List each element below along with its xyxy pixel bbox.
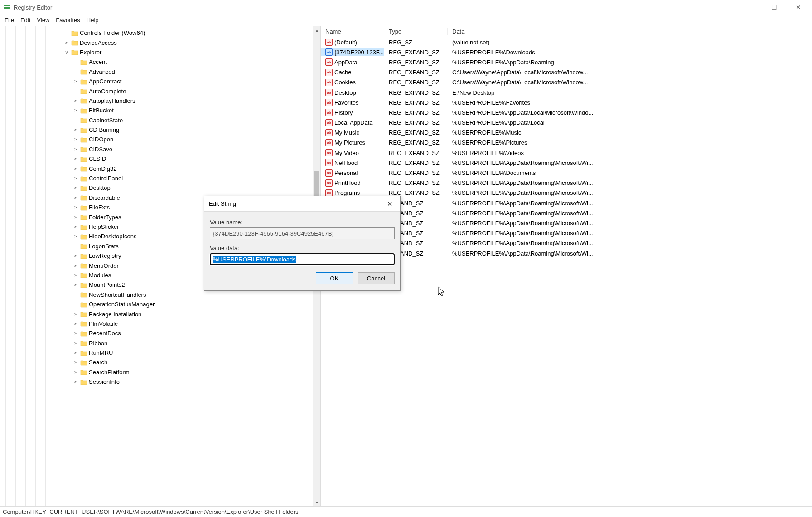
tree-item-label: CLSID	[89, 155, 106, 162]
expand-icon[interactable]: >	[72, 156, 79, 161]
reg-value-icon: ab	[325, 169, 333, 177]
menu-favorites[interactable]: Favorites	[56, 17, 80, 24]
expand-icon[interactable]: >	[72, 166, 79, 171]
ok-button[interactable]: OK	[316, 272, 353, 284]
list-row[interactable]: abAppDataREG_EXPAND_SZ%USERPROFILE%\AppD…	[321, 57, 812, 67]
tree-item-label: MountPoints2	[89, 281, 125, 288]
scroll-down-icon[interactable]: ▾	[313, 498, 320, 506]
cell-name: abCache	[321, 69, 384, 76]
expand-icon[interactable]: >	[72, 195, 79, 200]
cancel-button[interactable]: Cancel	[358, 272, 395, 284]
expand-icon[interactable]: >	[72, 185, 79, 190]
tree-item[interactable]: >RecentDocs	[63, 329, 320, 338]
column-data[interactable]: Data	[448, 28, 812, 35]
tree-item[interactable]: CabinetState	[63, 116, 320, 125]
column-type[interactable]: Type	[384, 28, 448, 35]
tree-item[interactable]: >SearchPlatform	[63, 367, 320, 377]
expand-icon[interactable]: >	[72, 331, 79, 336]
expand-icon[interactable]: >	[72, 350, 79, 355]
expand-icon[interactable]: >	[72, 273, 79, 278]
expand-icon[interactable]: >	[72, 215, 79, 220]
list-row[interactable]: abDesktopREG_EXPAND_SZE:\New Desktop	[321, 87, 812, 97]
expand-icon[interactable]: >	[72, 127, 79, 132]
expand-icon[interactable]: >	[72, 108, 79, 113]
expand-icon[interactable]: >	[72, 137, 79, 142]
expand-icon[interactable]: >	[72, 321, 79, 326]
tree-item[interactable]: >AppContract	[63, 77, 320, 86]
tree-item[interactable]: vExplorer	[63, 48, 320, 57]
tree-item[interactable]: >PlmVolatile	[63, 319, 320, 329]
cell-data: %USERPROFILE%\Documents	[448, 169, 812, 176]
tree-item[interactable]: Controls Folder (Wow64)	[63, 28, 320, 38]
list-row[interactable]: abFavoritesREG_EXPAND_SZ%USERPROFILE%\Fa…	[321, 97, 812, 107]
expand-icon[interactable]: >	[72, 282, 79, 287]
expand-icon[interactable]: >	[72, 205, 79, 210]
tree-item[interactable]: AutoComplete	[63, 86, 320, 96]
tree-item[interactable]: >ComDlg32	[63, 164, 320, 173]
menu-view[interactable]: View	[37, 17, 49, 24]
dialog-close-button[interactable]: ✕	[384, 200, 396, 208]
expand-icon[interactable]: >	[72, 379, 79, 384]
expand-icon[interactable]: >	[72, 79, 79, 84]
expand-icon[interactable]: v	[63, 50, 70, 55]
list-row[interactable]: ab{374DE290-123F...REG_EXPAND_SZ%USERPRO…	[321, 47, 812, 57]
expand-icon[interactable]: >	[72, 312, 79, 317]
list-row[interactable]: abMy VideoREG_EXPAND_SZ%USERPROFILE%\Vid…	[321, 148, 812, 158]
list-row[interactable]: abHistoryREG_EXPAND_SZ%USERPROFILE%\AppD…	[321, 107, 812, 117]
tree-item[interactable]: >DeviceAccess	[63, 38, 320, 47]
list-row[interactable]: ab(Default)REG_SZ(value not set)	[321, 37, 812, 47]
tree-item[interactable]: >SessionInfo	[63, 377, 320, 387]
tree-item[interactable]: >Package Installation	[63, 309, 320, 319]
expand-icon[interactable]: >	[72, 253, 79, 258]
list-header: Name Type Data	[321, 26, 812, 37]
reg-value-icon: ab	[325, 149, 333, 156]
menu-file[interactable]: File	[5, 17, 14, 24]
expand-icon[interactable]: >	[72, 263, 79, 268]
tree-item[interactable]: Advanced	[63, 67, 320, 77]
tree-item-label: LowRegistry	[89, 252, 121, 259]
menu-edit[interactable]: Edit	[20, 17, 30, 24]
tree-item[interactable]: >ControlPanel	[63, 174, 320, 183]
list-row[interactable]: abPersonalREG_EXPAND_SZ%USERPROFILE%\Doc…	[321, 168, 812, 178]
close-button[interactable]: ✕	[790, 4, 807, 11]
maximize-button[interactable]: ☐	[766, 4, 782, 11]
tree-item[interactable]: >CLSID	[63, 154, 320, 164]
tree-item[interactable]: >Ribbon	[63, 338, 320, 348]
tree-item[interactable]: >CIDOpen	[63, 135, 320, 144]
list-row[interactable]: abCookiesREG_EXPAND_SZC:\Users\Wayne\App…	[321, 77, 812, 87]
tree-item[interactable]: Accent	[63, 57, 320, 67]
list-row[interactable]: abLocal AppDataREG_EXPAND_SZ%USERPROFILE…	[321, 118, 812, 128]
column-name[interactable]: Name	[321, 28, 384, 35]
value-data-input[interactable]	[210, 253, 395, 265]
list-row[interactable]: abNetHoodREG_EXPAND_SZ%USERPROFILE%\AppD…	[321, 158, 812, 168]
tree-item[interactable]: >CD Burning	[63, 125, 320, 135]
tree-item-label: RunMRU	[89, 349, 113, 356]
expand-icon[interactable]: >	[72, 370, 79, 375]
list-row[interactable]: abMy PicturesREG_EXPAND_SZ%USERPROFILE%\…	[321, 138, 812, 148]
expand-icon[interactable]: >	[72, 176, 79, 181]
value-name-input[interactable]	[210, 227, 395, 239]
cell-data: (value not set)	[448, 39, 812, 46]
tree-item[interactable]: >RunMRU	[63, 348, 320, 358]
tree-item[interactable]: >CIDSave	[63, 145, 320, 154]
tree-item[interactable]: NewShortcutHandlers	[63, 290, 320, 300]
expand-icon[interactable]: >	[63, 40, 70, 45]
tree-item[interactable]: >Search	[63, 358, 320, 367]
expand-icon[interactable]: >	[72, 224, 79, 229]
menu-help[interactable]: Help	[87, 17, 99, 24]
expand-icon[interactable]: >	[72, 360, 79, 365]
scroll-up-icon[interactable]: ▴	[313, 26, 320, 34]
tree-item[interactable]: >Desktop	[63, 183, 320, 193]
tree-item-label: SearchPlatform	[89, 369, 130, 376]
list-row[interactable]: abPrintHoodREG_EXPAND_SZ%USERPROFILE%\Ap…	[321, 178, 812, 188]
tree-item[interactable]: >BitBucket	[63, 106, 320, 115]
list-row[interactable]: abCacheREG_EXPAND_SZC:\Users\Wayne\AppDa…	[321, 68, 812, 77]
tree-item[interactable]: OperationStatusManager	[63, 300, 320, 309]
expand-icon[interactable]: >	[72, 234, 79, 239]
list-row[interactable]: abMy MusicREG_EXPAND_SZ%USERPROFILE%\Mus…	[321, 128, 812, 138]
expand-icon[interactable]: >	[72, 98, 79, 103]
minimize-button[interactable]: —	[741, 4, 758, 11]
expand-icon[interactable]: >	[72, 147, 79, 152]
expand-icon[interactable]: >	[72, 341, 79, 346]
tree-item[interactable]: >AutoplayHandlers	[63, 96, 320, 106]
